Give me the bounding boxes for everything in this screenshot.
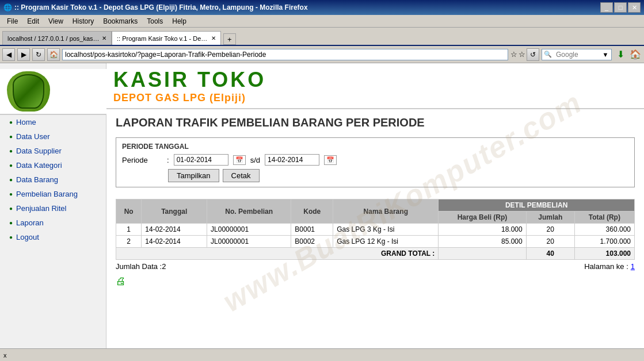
footer-row: Jumlah Data :2 Halaman ke : 1 bbox=[116, 260, 635, 273]
star2-icon: ☆ bbox=[519, 50, 525, 59]
sidebar-item-data-barang[interactable]: ● Data Barang bbox=[0, 172, 106, 187]
date-from-input[interactable] bbox=[174, 154, 228, 166]
refresh-button[interactable]: ↺ bbox=[527, 48, 539, 61]
sidebar-item-laporan[interactable]: ● Laporan bbox=[0, 216, 106, 230]
cell-no-pembelian: JL00000001 bbox=[207, 224, 291, 236]
window-controls: _ □ ✕ bbox=[600, 2, 641, 13]
cell-harga-beli: 85.000 bbox=[439, 236, 526, 248]
minimize-button[interactable]: _ bbox=[600, 2, 613, 13]
logo-image bbox=[7, 71, 50, 112]
reload-button[interactable]: ↻ bbox=[32, 48, 45, 61]
star-icon: ☆ bbox=[510, 50, 517, 59]
cell-harga-beli: 18.000 bbox=[439, 224, 526, 236]
sidebar-label-penjualan-ritel: Penjualan Ritel bbox=[16, 204, 66, 213]
cell-tanggal: 14-02-2014 bbox=[142, 236, 207, 248]
menu-bookmarks[interactable]: Bookmarks bbox=[98, 16, 142, 26]
search-input[interactable] bbox=[554, 50, 600, 59]
sidebar-item-logout[interactable]: ● Logout bbox=[0, 230, 106, 244]
tab-2[interactable]: :: Program Kasir Toko v.1 - Depot Gas LP… bbox=[112, 31, 221, 45]
th-kode: Kode bbox=[291, 199, 333, 224]
sidebar-item-penjualan-ritel[interactable]: ● Penjualan Ritel bbox=[0, 201, 106, 216]
sidebar: ● Home ● Data User ● Data Supplier ● Dat… bbox=[0, 63, 106, 348]
sidebar-label-data-supplier: Data Supplier bbox=[16, 147, 62, 155]
header-title: KASIR TOKO bbox=[113, 68, 266, 92]
statusbar: x bbox=[0, 348, 644, 361]
cell-nama-barang: Gas LPG 12 Kg - Isi bbox=[333, 236, 439, 248]
sidebar-label-laporan: Laporan bbox=[16, 218, 44, 227]
table-row: 1 14-02-2014 JL00000001 B0001 Gas LPG 3 … bbox=[116, 224, 635, 236]
sidebar-item-data-kategori[interactable]: ● Data Kategori bbox=[0, 158, 106, 172]
date-to-input[interactable] bbox=[265, 154, 319, 166]
content-header: KASIR TOKO DEPOT GAS LPG (Elpiji) bbox=[106, 63, 644, 109]
menu-view[interactable]: View bbox=[44, 16, 68, 26]
jumlah-data: Jumlah Data :2 bbox=[116, 262, 166, 271]
grand-total-label: GRAND TOTAL : bbox=[116, 248, 439, 260]
search-box: 🔍 ▼ bbox=[542, 49, 612, 60]
calendar-from-button[interactable]: 📅 bbox=[233, 155, 246, 165]
sidebar-label-data-user: Data User bbox=[16, 132, 50, 141]
close-button[interactable]: ✕ bbox=[628, 2, 641, 13]
tabbar: localhost / 127.0.0.1 / pos_kasirtokodb … bbox=[0, 28, 644, 46]
cell-jumlah: 20 bbox=[526, 236, 574, 248]
window-titlebar: 🌐 :: Program Kasir Toko v.1 - Depot Gas … bbox=[0, 0, 644, 15]
maximize-button[interactable]: □ bbox=[614, 2, 627, 13]
cell-tanggal: 14-02-2014 bbox=[142, 224, 207, 236]
firefox-icon: 🌐 bbox=[3, 3, 12, 11]
menu-file[interactable]: File bbox=[2, 16, 22, 26]
th-jumlah: Jumlah bbox=[526, 212, 574, 224]
bullet-pembelian-barang: ● bbox=[9, 191, 13, 197]
bullet-data-kategori: ● bbox=[9, 162, 13, 168]
home-icon-right[interactable]: 🏠 bbox=[629, 48, 642, 61]
tampilkan-button[interactable]: Tampilkan bbox=[168, 169, 219, 182]
period-colon: : bbox=[167, 156, 169, 164]
page-link-1[interactable]: 1 bbox=[631, 262, 635, 271]
home-button[interactable]: 🏠 bbox=[47, 48, 60, 61]
menu-history[interactable]: History bbox=[68, 16, 98, 26]
bullet-logout: ● bbox=[9, 234, 13, 240]
sidebar-item-data-supplier[interactable]: ● Data Supplier bbox=[0, 144, 106, 158]
back-button[interactable]: ◀ bbox=[2, 48, 15, 61]
page-title: LAPORAN TRAFIK PEMBELIAN BARANG PER PERI… bbox=[116, 116, 635, 129]
statusbar-text: x bbox=[3, 352, 7, 359]
menu-tools[interactable]: Tools bbox=[142, 16, 167, 26]
sidebar-item-home[interactable]: ● Home bbox=[0, 115, 106, 129]
search-submit-button[interactable]: ▼ bbox=[600, 49, 611, 60]
sidebar-item-pembelian-barang[interactable]: ● Pembelian Barang bbox=[0, 187, 106, 201]
header-subtitle: DEPOT GAS LPG (Elpiji) bbox=[113, 92, 266, 104]
grand-total-total: 103.000 bbox=[574, 248, 634, 260]
btn-row: Tampilkan Cetak bbox=[122, 169, 628, 182]
th-total: Total (Rp) bbox=[574, 212, 634, 224]
cell-no: 1 bbox=[116, 224, 142, 236]
table-row: 2 14-02-2014 JL00000001 B0002 Gas LPG 12… bbox=[116, 236, 635, 248]
sidebar-label-pembelian-barang: Pembelian Barang bbox=[16, 190, 78, 198]
period-row: Periode : 📅 s/d 📅 bbox=[122, 154, 628, 166]
download-icon[interactable]: ⬇ bbox=[614, 48, 627, 61]
window-title-text: 🌐 :: Program Kasir Toko v.1 - Depot Gas … bbox=[3, 3, 308, 11]
forward-button[interactable]: ▶ bbox=[17, 48, 30, 61]
content-wrapper: www.BuatRiKomputer.com LAPORAN TRAFIK PE… bbox=[106, 109, 644, 294]
new-tab-button[interactable]: + bbox=[223, 33, 236, 45]
bullet-data-barang: ● bbox=[9, 176, 13, 183]
sidebar-label-data-barang: Data Barang bbox=[16, 175, 58, 184]
gas-cylinder-icon bbox=[13, 74, 44, 109]
calendar-to-button[interactable]: 📅 bbox=[324, 155, 337, 165]
sidebar-label-data-kategori: Data Kategori bbox=[16, 161, 62, 170]
period-box-title: PERIODE TANGGAL bbox=[122, 143, 628, 151]
menu-help[interactable]: Help bbox=[167, 16, 191, 26]
sidebar-label-logout: Logout bbox=[16, 233, 39, 241]
tab-1[interactable]: localhost / 127.0.0.1 / pos_kasirtokodb … bbox=[2, 31, 112, 45]
menu-edit[interactable]: Edit bbox=[22, 16, 44, 26]
th-tanggal: Tanggal bbox=[142, 199, 207, 224]
tab-1-close[interactable]: ✕ bbox=[102, 35, 106, 41]
address-input[interactable] bbox=[62, 49, 508, 60]
bullet-data-supplier: ● bbox=[9, 148, 13, 154]
cell-jumlah: 20 bbox=[526, 224, 574, 236]
cetak-button[interactable]: Cetak bbox=[223, 169, 260, 182]
page-header bbox=[0, 69, 106, 115]
print-button[interactable]: 🖨 bbox=[116, 275, 635, 287]
halaman-label: Halaman ke : bbox=[584, 262, 628, 271]
sidebar-item-data-user[interactable]: ● Data User bbox=[0, 129, 106, 144]
tab-2-close[interactable]: ✕ bbox=[211, 35, 216, 41]
th-detil-pembelian: DETIL PEMBELIAN bbox=[439, 199, 635, 212]
sidebar-label-home: Home bbox=[16, 118, 36, 126]
